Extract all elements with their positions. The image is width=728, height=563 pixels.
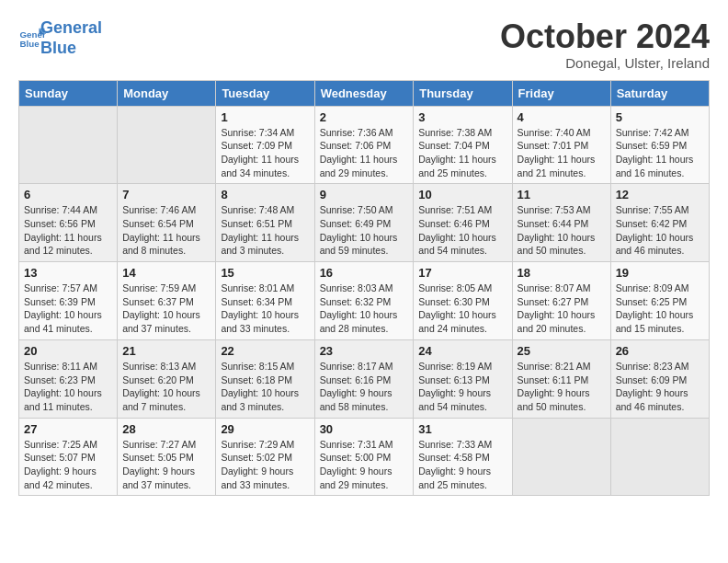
- week-row-0: 1Sunrise: 7:34 AMSunset: 7:09 PMDaylight…: [19, 106, 710, 184]
- day-info: Sunrise: 8:03 AMSunset: 6:32 PMDaylight:…: [320, 282, 409, 336]
- calendar-cell: 2Sunrise: 7:36 AMSunset: 7:06 PMDaylight…: [314, 106, 414, 184]
- day-number: 7: [122, 188, 210, 201]
- month-title: October 2024: [500, 18, 710, 55]
- calendar-cell: 18Sunrise: 8:07 AMSunset: 6:27 PMDayligh…: [512, 262, 610, 340]
- calendar-cell: 24Sunrise: 8:19 AMSunset: 6:13 PMDayligh…: [414, 339, 512, 418]
- day-info: Sunrise: 7:25 AMSunset: 5:07 PMDaylight:…: [24, 438, 112, 492]
- calendar-cell: 12Sunrise: 7:55 AMSunset: 6:42 PMDayligh…: [610, 184, 709, 262]
- calendar-cell: [19, 106, 118, 184]
- calendar-cell: 26Sunrise: 8:23 AMSunset: 6:09 PMDayligh…: [610, 339, 709, 418]
- header-tuesday: Tuesday: [216, 80, 314, 106]
- header-monday: Monday: [118, 80, 216, 106]
- day-number: 27: [24, 422, 112, 436]
- day-number: 18: [518, 266, 606, 280]
- day-info: Sunrise: 8:19 AMSunset: 6:13 PMDaylight:…: [418, 360, 506, 414]
- day-number: 2: [320, 110, 409, 124]
- calendar-cell: [118, 106, 216, 184]
- day-info: Sunrise: 8:15 AMSunset: 6:18 PMDaylight:…: [221, 360, 309, 414]
- day-number: 25: [518, 344, 606, 358]
- day-number: 26: [616, 344, 704, 358]
- logo-text: GeneralBlue: [40, 18, 102, 58]
- day-info: Sunrise: 8:05 AMSunset: 6:30 PMDaylight:…: [418, 282, 506, 336]
- calendar-cell: 29Sunrise: 7:29 AMSunset: 5:02 PMDayligh…: [216, 418, 314, 496]
- calendar-cell: 19Sunrise: 8:09 AMSunset: 6:25 PMDayligh…: [610, 262, 709, 340]
- calendar-cell: 20Sunrise: 8:11 AMSunset: 6:23 PMDayligh…: [19, 339, 118, 418]
- calendar-cell: 6Sunrise: 7:44 AMSunset: 6:56 PMDaylight…: [19, 184, 118, 262]
- calendar-cell: 8Sunrise: 7:48 AMSunset: 6:51 PMDaylight…: [216, 184, 314, 262]
- day-number: 15: [221, 266, 309, 280]
- day-number: 17: [418, 266, 506, 280]
- day-info: Sunrise: 7:57 AMSunset: 6:39 PMDaylight:…: [24, 282, 112, 336]
- day-info: Sunrise: 7:36 AMSunset: 7:06 PMDaylight:…: [320, 126, 409, 180]
- day-info: Sunrise: 7:29 AMSunset: 5:02 PMDaylight:…: [221, 438, 309, 492]
- calendar-header-row: SundayMondayTuesdayWednesdayThursdayFrid…: [19, 80, 710, 106]
- svg-text:Blue: Blue: [20, 39, 40, 49]
- header-thursday: Thursday: [414, 80, 512, 106]
- day-number: 16: [320, 266, 409, 280]
- header-wednesday: Wednesday: [314, 80, 414, 106]
- day-info: Sunrise: 8:11 AMSunset: 6:23 PMDaylight:…: [24, 360, 112, 414]
- day-info: Sunrise: 8:21 AMSunset: 6:11 PMDaylight:…: [518, 360, 606, 414]
- day-number: 23: [320, 344, 409, 358]
- day-number: 6: [24, 188, 112, 201]
- day-number: 30: [320, 422, 409, 436]
- day-info: Sunrise: 8:13 AMSunset: 6:20 PMDaylight:…: [122, 360, 210, 414]
- day-number: 28: [122, 422, 210, 436]
- week-row-2: 13Sunrise: 7:57 AMSunset: 6:39 PMDayligh…: [19, 262, 710, 340]
- day-info: Sunrise: 8:09 AMSunset: 6:25 PMDaylight:…: [616, 282, 704, 336]
- calendar-cell: 3Sunrise: 7:38 AMSunset: 7:04 PMDaylight…: [414, 106, 512, 184]
- day-info: Sunrise: 8:01 AMSunset: 6:34 PMDaylight:…: [221, 282, 309, 336]
- day-info: Sunrise: 7:42 AMSunset: 6:59 PMDaylight:…: [616, 126, 704, 180]
- day-number: 11: [518, 188, 606, 201]
- calendar-cell: 10Sunrise: 7:51 AMSunset: 6:46 PMDayligh…: [414, 184, 512, 262]
- day-info: Sunrise: 7:53 AMSunset: 6:44 PMDaylight:…: [518, 203, 606, 258]
- day-info: Sunrise: 7:31 AMSunset: 5:00 PMDaylight:…: [320, 438, 409, 492]
- day-number: 5: [616, 110, 704, 124]
- day-number: 12: [616, 188, 704, 201]
- calendar-cell: 22Sunrise: 8:15 AMSunset: 6:18 PMDayligh…: [216, 339, 314, 418]
- calendar-cell: 31Sunrise: 7:33 AMSunset: 4:58 PMDayligh…: [414, 418, 512, 496]
- day-info: Sunrise: 7:44 AMSunset: 6:56 PMDaylight:…: [24, 203, 112, 258]
- calendar-cell: 15Sunrise: 8:01 AMSunset: 6:34 PMDayligh…: [216, 262, 314, 340]
- calendar-cell: 7Sunrise: 7:46 AMSunset: 6:54 PMDaylight…: [118, 184, 216, 262]
- calendar-cell: [610, 418, 709, 496]
- calendar-cell: 28Sunrise: 7:27 AMSunset: 5:05 PMDayligh…: [118, 418, 216, 496]
- calendar-cell: 9Sunrise: 7:50 AMSunset: 6:49 PMDaylight…: [314, 184, 414, 262]
- day-number: 4: [518, 110, 606, 124]
- day-number: 8: [221, 188, 309, 201]
- day-number: 1: [221, 110, 309, 124]
- calendar-cell: 30Sunrise: 7:31 AMSunset: 5:00 PMDayligh…: [314, 418, 414, 496]
- day-info: Sunrise: 7:55 AMSunset: 6:42 PMDaylight:…: [616, 203, 704, 258]
- day-number: 31: [418, 422, 506, 436]
- day-info: Sunrise: 7:40 AMSunset: 7:01 PMDaylight:…: [518, 126, 606, 180]
- day-number: 9: [320, 188, 409, 201]
- day-info: Sunrise: 7:27 AMSunset: 5:05 PMDaylight:…: [122, 438, 210, 492]
- week-row-1: 6Sunrise: 7:44 AMSunset: 6:56 PMDaylight…: [19, 184, 710, 262]
- day-number: 3: [418, 110, 506, 124]
- day-number: 21: [122, 344, 210, 358]
- calendar-cell: 23Sunrise: 8:17 AMSunset: 6:16 PMDayligh…: [314, 339, 414, 418]
- day-number: 10: [418, 188, 506, 201]
- week-row-4: 27Sunrise: 7:25 AMSunset: 5:07 PMDayligh…: [19, 418, 710, 496]
- header-friday: Friday: [512, 80, 610, 106]
- day-info: Sunrise: 7:46 AMSunset: 6:54 PMDaylight:…: [122, 203, 210, 258]
- calendar-table: SundayMondayTuesdayWednesdayThursdayFrid…: [18, 80, 710, 497]
- day-info: Sunrise: 8:23 AMSunset: 6:09 PMDaylight:…: [616, 360, 704, 414]
- day-number: 14: [122, 266, 210, 280]
- calendar-cell: 14Sunrise: 7:59 AMSunset: 6:37 PMDayligh…: [118, 262, 216, 340]
- day-info: Sunrise: 8:07 AMSunset: 6:27 PMDaylight:…: [518, 282, 606, 336]
- day-number: 19: [616, 266, 704, 280]
- page-header: General Blue GeneralBlue October 2024 Do…: [18, 18, 710, 71]
- day-info: Sunrise: 7:48 AMSunset: 6:51 PMDaylight:…: [221, 203, 309, 258]
- day-info: Sunrise: 7:33 AMSunset: 4:58 PMDaylight:…: [418, 438, 506, 492]
- location-subtitle: Donegal, Ulster, Ireland: [500, 55, 710, 71]
- calendar-cell: 11Sunrise: 7:53 AMSunset: 6:44 PMDayligh…: [512, 184, 610, 262]
- calendar-cell: 17Sunrise: 8:05 AMSunset: 6:30 PMDayligh…: [414, 262, 512, 340]
- day-info: Sunrise: 7:59 AMSunset: 6:37 PMDaylight:…: [122, 282, 210, 336]
- day-info: Sunrise: 7:38 AMSunset: 7:04 PMDaylight:…: [418, 126, 506, 180]
- calendar-cell: 21Sunrise: 8:13 AMSunset: 6:20 PMDayligh…: [118, 339, 216, 418]
- calendar-cell: 27Sunrise: 7:25 AMSunset: 5:07 PMDayligh…: [19, 418, 118, 496]
- calendar-cell: [512, 418, 610, 496]
- header-saturday: Saturday: [610, 80, 709, 106]
- calendar-cell: 16Sunrise: 8:03 AMSunset: 6:32 PMDayligh…: [314, 262, 414, 340]
